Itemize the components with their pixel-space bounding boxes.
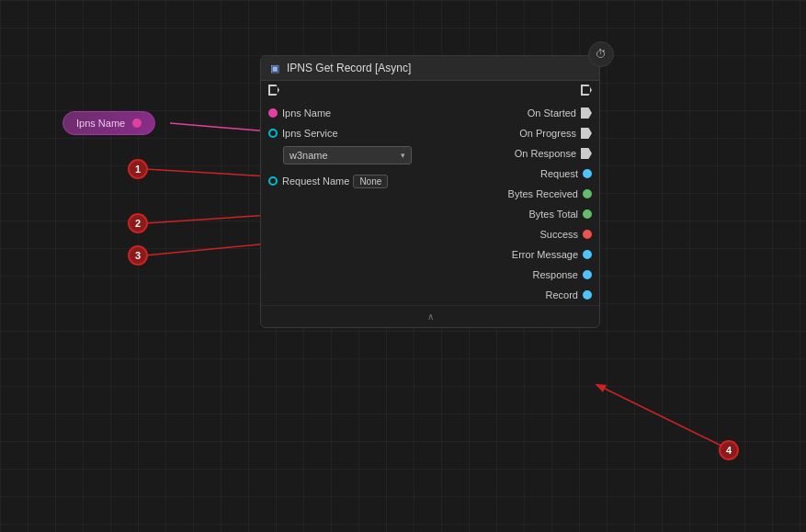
on-progress-exec-pin [581,128,592,139]
ipns-service-label: Ipns Service [282,128,338,139]
request-name-label: Request Name [282,175,349,187]
exec-row [261,81,599,99]
bytes-total-pin [583,209,592,219]
ipns-name-pin [268,108,278,118]
on-response-output-row: On Response [430,143,599,164]
error-message-output-row: Error Message [430,244,599,265]
ipns-name-input-row: Ipns Name [261,103,430,123]
dropdown-value: w3name [289,150,397,161]
response-output-row: Response [430,265,599,285]
ext-node-label: Ipns Name [76,118,125,129]
error-message-pin [583,250,592,259]
node-footer: ∧ [261,305,599,327]
success-pin [583,230,592,239]
on-progress-label: On Progress [519,128,576,139]
request-name-input-row: Request Name None [261,171,430,191]
exec-output-pin [581,85,592,96]
response-pin [583,270,592,279]
node-outputs: On Started On Progress On Response Reque… [430,103,599,305]
record-label: Record [546,289,578,300]
bytes-total-label: Bytes Total [528,209,578,220]
on-started-label: On Started [528,108,576,119]
request-name-badge: None [353,175,388,188]
ipns-name-node[interactable]: Ipns Name [62,111,155,135]
request-name-pin [268,176,278,186]
bytes-received-output-row: Bytes Received [430,184,599,204]
bytes-total-output-row: Bytes Total [430,204,599,224]
node-content: Ipns Name Ipns Service w3name ▾ Request … [261,103,599,305]
node-header: ▣ IPNS Get Record [Async] [261,56,599,81]
annotation-2: 2 [128,213,148,233]
on-response-label: On Response [515,148,576,159]
bytes-received-label: Bytes Received [508,188,578,199]
clock-icon: ⏱ [588,41,614,67]
ipns-name-label: Ipns Name [282,108,331,119]
on-response-exec-pin [581,148,592,159]
dropdown-arrow-icon: ▾ [401,151,405,160]
request-pin [583,169,592,178]
bytes-received-pin [583,189,592,198]
ipns-service-label-row: Ipns Service [261,123,430,143]
record-output-row: Record [430,285,599,305]
node-panel: ⏱ ▣ IPNS Get Record [Async] Ipns Name Ip… [260,55,600,328]
annotation-3: 3 [128,245,148,266]
success-output-row: Success [430,224,599,244]
error-message-label: Error Message [512,249,578,260]
exec-input-pin [268,85,279,96]
request-label: Request [540,168,578,179]
on-started-output-row: On Started [430,103,599,123]
node-title: IPNS Get Record [Async] [287,62,590,74]
service-dropdown[interactable]: w3name ▾ [283,146,412,164]
ipns-service-pin [268,129,278,138]
service-dropdown-row: w3name ▾ [261,143,430,167]
annotation-4: 4 [719,440,739,460]
on-progress-output-row: On Progress [430,123,599,143]
on-started-exec-pin [581,108,592,119]
node-header-icon: ▣ [270,62,279,74]
record-pin [583,290,592,300]
collapse-button[interactable]: ∧ [427,311,434,322]
response-label: Response [532,269,578,280]
success-label: Success [539,229,578,240]
node-inputs: Ipns Name Ipns Service w3name ▾ Request … [261,103,430,305]
annotation-1: 1 [128,159,148,179]
ext-node-output-pin [132,119,142,128]
request-output-row: Request [430,164,599,184]
